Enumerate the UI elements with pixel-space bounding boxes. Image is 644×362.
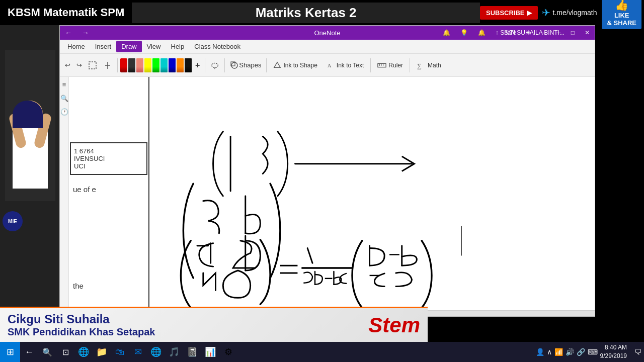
pen-button[interactable]: ✏: [521, 27, 536, 38]
system-clock: 8:40 AM 9/29/2019: [600, 343, 632, 360]
toolbar: ↩ ↪ + Sh: [60, 54, 595, 77]
start-button[interactable]: ⊞: [0, 342, 20, 362]
select-tool[interactable]: [86, 57, 100, 74]
pen-orange[interactable]: [177, 58, 184, 72]
pen-dark[interactable]: [128, 58, 135, 72]
network-icon[interactable]: 🔗: [577, 348, 585, 356]
ruler-icon: [377, 61, 386, 70]
spreadsheet-icon[interactable]: 📊: [201, 342, 219, 362]
separator-3: [224, 58, 225, 72]
onenote-window: ← → OneNote SITI SUHAILA BINTI... 🔔 💡 🔔 …: [59, 25, 595, 317]
share-button[interactable]: ↑ Share: [491, 27, 521, 38]
window-minimize[interactable]: ─: [551, 27, 566, 38]
video-left-top: MIE SUBSCRIBE: [0, 25, 59, 342]
mic-logo: MIE: [3, 211, 23, 231]
window-close[interactable]: ✕: [580, 27, 595, 38]
undo-button[interactable]: ↩: [62, 57, 73, 74]
ink-shape-icon: [273, 61, 281, 69]
pen-pink[interactable]: [136, 58, 143, 72]
svg-point-3: [212, 63, 218, 67]
pen-blue[interactable]: [169, 58, 176, 72]
redo-button[interactable]: ↪: [74, 57, 85, 74]
ink-to-shape-button[interactable]: Ink to Shape: [269, 60, 321, 71]
app-title: OneNote: [314, 29, 340, 37]
task-view[interactable]: ⊡: [56, 342, 74, 362]
back-taskbar[interactable]: ←: [20, 342, 38, 362]
recent-icon[interactable]: 🕐: [60, 108, 68, 116]
side-partial-text1: ue of e: [73, 185, 148, 194]
video-top-bar: KBSM Matematik SPM Matriks Kertas 2 SUBS…: [0, 0, 644, 25]
store-icon[interactable]: 🛍: [111, 342, 129, 362]
bell-icon[interactable]: 🔔: [473, 27, 491, 38]
lasso-button[interactable]: [208, 57, 222, 74]
pen-green-highlight[interactable]: [152, 58, 159, 72]
teacher-info: Cikgu Siti Suhaila SMK Pendidikan Khas S…: [8, 312, 155, 338]
menu-class-notebook[interactable]: Class Notebook: [189, 41, 246, 52]
subscribe-button[interactable]: SUBSCRIBE ▶: [480, 6, 538, 20]
pen-yellow[interactable]: [144, 58, 151, 72]
keyboard-icon[interactable]: ⌨: [588, 348, 598, 356]
volume-icon[interactable]: 🔊: [566, 348, 574, 356]
files-icon[interactable]: 📁: [93, 342, 111, 362]
svg-marker-7: [274, 62, 280, 67]
window-maximize[interactable]: □: [566, 27, 580, 38]
notification-icon[interactable]: 🗨: [634, 348, 641, 356]
ruler-button[interactable]: Ruler: [373, 59, 407, 71]
mail-icon[interactable]: ✉: [129, 342, 147, 362]
expand-tray[interactable]: ∧: [547, 348, 552, 356]
people-icon[interactable]: 👤: [536, 348, 544, 356]
svg-point-5: [231, 62, 237, 68]
chrome-icon[interactable]: 🌐: [147, 342, 165, 362]
video-left-panel: MIE SUBSCRIBE: [0, 25, 59, 342]
shapes-icon: [230, 61, 239, 70]
add-space-button[interactable]: [101, 57, 115, 74]
add-space-icon: [103, 61, 112, 70]
menu-insert[interactable]: Insert: [90, 41, 117, 52]
pen-cyan[interactable]: [160, 58, 168, 72]
music-icon[interactable]: 🎵: [165, 342, 183, 362]
notebooks-icon[interactable]: ≡: [62, 81, 66, 88]
separator-4: [266, 58, 267, 72]
menu-home[interactable]: Home: [62, 41, 90, 52]
search-bell[interactable]: 💡: [455, 27, 473, 38]
more-button[interactable]: ···: [536, 27, 551, 38]
taskbar: ⊞ ← 🔍 ⊡ 🌐 📁 🛍 ✉ 🌐 🎵 📓 📊 ⚙ 👤 ∧ 📶 🔊 🔗 ⌨ 8:…: [0, 342, 644, 362]
system-tray: 👤 ∧ 📶 🔊 🔗 ⌨ 8:40 AM 9/29/2019 🗨: [533, 343, 644, 360]
canvas-main[interactable]: [149, 77, 595, 310]
add-pen-button[interactable]: +: [193, 57, 202, 74]
shapes-button[interactable]: Shapes: [227, 57, 264, 74]
teacher-name: Cikgu Siti Suhaila: [8, 312, 155, 326]
menu-view[interactable]: View: [142, 41, 166, 52]
wifi-icon[interactable]: 📶: [554, 348, 563, 356]
telegram-link: ✈ t.me/vlogmath: [542, 7, 597, 19]
cursor-icon: [88, 61, 97, 70]
forward-button[interactable]: →: [77, 27, 94, 39]
like-share-box[interactable]: 👍 LIKE & SHARE: [602, 0, 641, 29]
menu-draw[interactable]: Draw: [116, 41, 141, 52]
menu-help[interactable]: Help: [166, 41, 190, 52]
content-area: ≡ 🔍 🕐 1 6764 IVENSUCI UCI ue of e the: [60, 77, 595, 310]
side-line1: 1 6764: [74, 147, 143, 155]
ink-to-text-button[interactable]: A Ink to Text: [323, 60, 368, 71]
back-button[interactable]: ←: [60, 27, 77, 39]
ink-text-icon: A: [327, 61, 335, 69]
svg-rect-0: [89, 62, 96, 69]
side-line3: UCI: [74, 162, 143, 170]
svg-text:∑: ∑: [417, 62, 422, 69]
pen-black[interactable]: [185, 58, 192, 72]
settings-icon[interactable]: ⚙: [219, 342, 237, 362]
edge-icon[interactable]: 🌐: [74, 342, 93, 362]
title-bar: ← → OneNote SITI SUHAILA BINTI... 🔔 💡 🔔 …: [60, 26, 595, 40]
title-bar-nav: ← →: [60, 27, 94, 39]
menu-bar: Home Insert Draw View Help Class Noteboo…: [60, 40, 595, 54]
math-button[interactable]: ∑ Math: [413, 59, 445, 71]
side-panel: 1 6764 IVENSUCI UCI ue of e the: [69, 77, 149, 310]
search-icon[interactable]: 🔍: [60, 95, 68, 102]
math-icon: ∑: [417, 61, 426, 70]
separator-6: [410, 58, 410, 72]
pen-red[interactable]: [120, 58, 127, 72]
minimize-button[interactable]: 🔔: [438, 27, 455, 38]
search-taskbar[interactable]: 🔍: [38, 342, 56, 362]
side-partial-text2: the: [73, 282, 84, 290]
onenote-icon[interactable]: 📓: [183, 342, 201, 362]
